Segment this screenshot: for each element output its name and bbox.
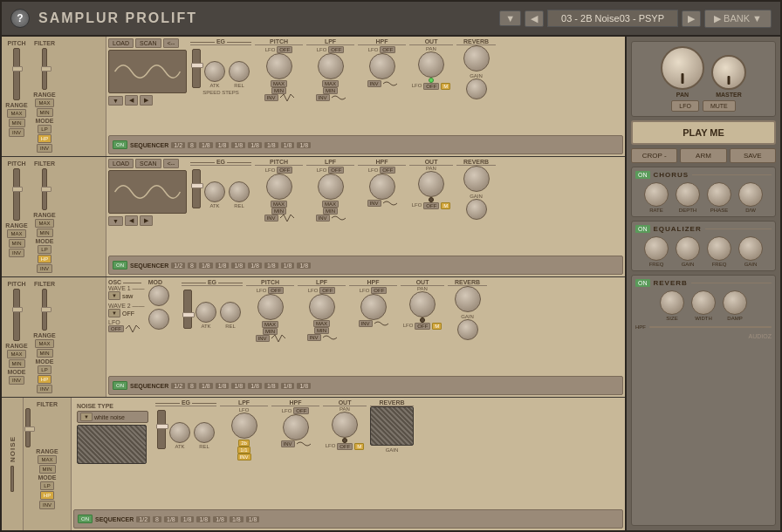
hpf-knob-r2[interactable]: [369, 174, 395, 200]
min-btn2-r2[interactable]: MIN: [37, 228, 53, 237]
reverb-knob-r3[interactable]: [455, 286, 481, 312]
min-btn-r3[interactable]: MIN: [9, 359, 25, 368]
mod-knob2-r3[interactable]: [148, 309, 169, 330]
pan-knob-r1[interactable]: [418, 51, 444, 78]
noise-1-1-btn[interactable]: 1/1: [237, 447, 250, 454]
max-inv-r2[interactable]: MAX: [271, 201, 287, 208]
noise-hp-btn[interactable]: HP: [40, 491, 54, 500]
lpf-lfo-off-r1[interactable]: OFF: [328, 46, 344, 53]
min-btn-r1[interactable]: MIN: [9, 119, 25, 127]
inv-btn2-r2[interactable]: INV: [37, 264, 52, 273]
inv-btn-r1[interactable]: INV: [9, 128, 24, 137]
reverb-size-knob[interactable]: [660, 290, 684, 315]
m-btn-r1[interactable]: M: [441, 83, 450, 90]
eq-on-badge[interactable]: ON: [635, 225, 650, 233]
min-inv-r2[interactable]: MIN: [271, 208, 286, 215]
pan-knob-r3[interactable]: [409, 291, 436, 317]
seq-on-r1[interactable]: ON: [113, 140, 127, 149]
m-btn-r2[interactable]: M: [441, 202, 450, 209]
seq-val1-r1[interactable]: 1/8: [199, 142, 213, 148]
gain-knob-r3[interactable]: [457, 319, 478, 340]
out-lfo-off-r1[interactable]: OFF: [423, 83, 439, 90]
lpf-min-r2[interactable]: MIN: [323, 208, 338, 215]
max-btn2-r3[interactable]: MAX: [35, 339, 53, 348]
osc-lfo-off-r3[interactable]: OFF: [108, 325, 124, 332]
max-btn-r1[interactable]: MAX: [7, 109, 25, 118]
mod-knob-r3[interactable]: [148, 285, 169, 306]
pan-knob-r2[interactable]: [418, 171, 444, 197]
gain-knob-r1[interactable]: [466, 78, 487, 99]
lpf-lfo-off-r3[interactable]: OFF: [319, 287, 335, 294]
load-button-r2[interactable]: LOAD: [108, 159, 134, 168]
rel-knob-r1[interactable]: [229, 61, 250, 82]
nav-right-r2[interactable]: ◀: [125, 215, 138, 226]
noise-rel-knob[interactable]: [194, 422, 215, 443]
rel-knob-r2[interactable]: [229, 181, 250, 202]
bank-button[interactable]: ▶ BANK ▼: [704, 10, 772, 28]
max-btn2-r2[interactable]: MAX: [35, 219, 53, 228]
noise-type-dropdown-btn[interactable]: ▼: [80, 413, 93, 421]
lpf-min-r3[interactable]: MIN: [314, 327, 329, 334]
lfo-off-btn-r3[interactable]: OFF: [268, 287, 284, 294]
atk-knob-r2[interactable]: [204, 181, 225, 202]
noise-filter-slider[interactable]: [25, 408, 31, 447]
inv-btn-r3[interactable]: INV: [9, 376, 24, 385]
eq-gain2-knob[interactable]: [738, 236, 763, 261]
seq-val3-r1[interactable]: 1/8: [231, 142, 245, 148]
noise-hpf-knob[interactable]: [283, 414, 309, 440]
hpf-inv-r1[interactable]: INV: [367, 80, 381, 87]
inv-btn2-r1[interactable]: INV: [37, 144, 52, 153]
inv-btn-r2[interactable]: INV: [9, 249, 24, 257]
mute-master-btn[interactable]: MUTE: [703, 100, 736, 112]
max-btn-r2[interactable]: MAX: [7, 229, 25, 238]
master-pan-knob[interactable]: [661, 46, 704, 90]
min-btn2-r3[interactable]: MIN: [37, 349, 53, 358]
seq-val6-r1[interactable]: 1/8: [281, 142, 295, 148]
max-inv-r1[interactable]: MAX: [271, 80, 287, 87]
pitch-slider-r1[interactable]: [13, 48, 20, 100]
noise-hpf-inv[interactable]: INV: [281, 440, 295, 447]
atk-knob-r1[interactable]: [204, 61, 225, 82]
pitch-knob-r2[interactable]: [266, 174, 292, 200]
eq-gain1-knob[interactable]: [676, 236, 700, 261]
filter-slider-r1[interactable]: [42, 48, 47, 90]
noise-max-btn[interactable]: MAX: [38, 455, 56, 464]
hp-btn-r3[interactable]: HP: [38, 375, 51, 384]
chorus-depth-knob[interactable]: [676, 182, 700, 207]
noise-m-btn[interactable]: M: [354, 443, 364, 450]
reverb-width-knob[interactable]: [691, 290, 716, 315]
min-inv-r3[interactable]: MIN: [263, 328, 278, 335]
seq-on-r2[interactable]: ON: [113, 261, 127, 269]
eg-slider-r3[interactable]: [183, 290, 192, 329]
reverb-hpf-slider[interactable]: [649, 326, 772, 328]
hpf-inv-r2[interactable]: INV: [367, 200, 381, 207]
max-inv-r3[interactable]: MAX: [262, 321, 278, 328]
noise-hpf-lfo-off[interactable]: OFF: [293, 407, 309, 414]
lp-btn-r1[interactable]: LP: [38, 125, 51, 133]
hpf-knob-r3[interactable]: [360, 294, 387, 320]
seq-val5-r1[interactable]: 1/8: [264, 142, 278, 148]
atk-knob-r3[interactable]: [196, 302, 216, 323]
nav-back-button[interactable]: ◀: [525, 10, 544, 27]
lp-btn-r3[interactable]: LP: [38, 365, 51, 374]
lpf-inv-r2[interactable]: INV: [316, 215, 330, 222]
hp-btn-r1[interactable]: HP: [38, 134, 51, 143]
hpf-lfo-off-r2[interactable]: OFF: [380, 167, 395, 174]
m-btn-r3[interactable]: M: [432, 323, 442, 330]
max-btn2-r1[interactable]: MAX: [35, 99, 53, 107]
hpf-inv-r3[interactable]: INV: [359, 320, 373, 327]
nav-down-button[interactable]: ▼: [499, 10, 521, 26]
noise-seq-on[interactable]: ON: [78, 515, 93, 523]
pitch-knob-r1[interactable]: [266, 53, 292, 79]
out-lfo-off-r3[interactable]: OFF: [415, 323, 430, 330]
noise-lpf-knob[interactable]: [231, 413, 257, 439]
noise-lp-btn[interactable]: LP: [40, 481, 53, 490]
hp-btn-r2[interactable]: HP: [38, 255, 51, 263]
arrow-button-r2[interactable]: <--: [163, 159, 180, 168]
scan-button-r1[interactable]: SCAN: [135, 38, 161, 48]
filter-slider-r2[interactable]: [42, 168, 47, 210]
pitch-knob-r3[interactable]: [257, 294, 284, 320]
wave2-dropdown-r3[interactable]: ▼: [108, 309, 120, 317]
noise-out-lfo-off[interactable]: OFF: [337, 443, 353, 450]
pitch-slider-r3[interactable]: [13, 289, 20, 341]
